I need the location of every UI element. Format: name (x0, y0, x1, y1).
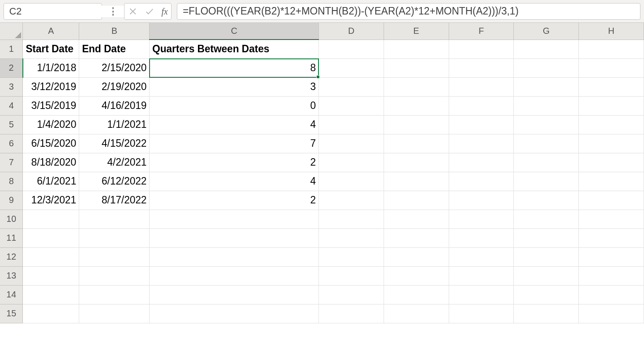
cell[interactable] (449, 40, 514, 58)
cell[interactable] (23, 266, 79, 285)
cell[interactable] (514, 115, 579, 134)
cell[interactable] (79, 228, 150, 247)
cell[interactable] (384, 210, 449, 228)
col-header-f[interactable]: F (449, 23, 514, 40)
cell[interactable] (319, 172, 384, 191)
cell[interactable] (514, 153, 579, 172)
enter-icon[interactable] (145, 7, 154, 16)
cell[interactable] (384, 266, 449, 285)
col-header-a[interactable]: A (23, 23, 79, 40)
cell[interactable]: 1/1/2021 (79, 115, 150, 134)
cell[interactable]: 2 (150, 191, 319, 210)
cell[interactable] (449, 266, 514, 285)
cell[interactable] (319, 134, 384, 153)
cell[interactable] (23, 247, 79, 266)
cell[interactable] (319, 228, 384, 247)
col-header-d[interactable]: D (319, 23, 384, 40)
cell[interactable]: 2/15/2020 (79, 58, 150, 77)
formula-input[interactable] (183, 5, 635, 17)
cell[interactable] (449, 77, 514, 96)
cell[interactable] (150, 304, 319, 323)
cell[interactable]: 4/15/2022 (79, 134, 150, 153)
cell[interactable] (384, 96, 449, 115)
cell[interactable]: 2 (150, 153, 319, 172)
cell[interactable] (514, 134, 579, 153)
cell[interactable] (579, 210, 644, 228)
cell[interactable] (449, 134, 514, 153)
row-header[interactable]: 12 (0, 247, 23, 266)
cell[interactable]: 4/2/2021 (79, 153, 150, 172)
cell[interactable]: 3/12/2019 (23, 77, 79, 96)
cell[interactable] (514, 172, 579, 191)
cell[interactable] (384, 247, 449, 266)
cell[interactable] (384, 172, 449, 191)
cell[interactable] (449, 191, 514, 210)
cell[interactable] (79, 266, 150, 285)
cell[interactable] (79, 210, 150, 228)
cell[interactable] (514, 96, 579, 115)
cell[interactable] (79, 285, 150, 304)
cell[interactable]: 7 (150, 134, 319, 153)
cell[interactable] (384, 115, 449, 134)
cell-header-a[interactable]: Start Date (23, 40, 79, 58)
cell[interactable] (319, 247, 384, 266)
col-header-g[interactable]: G (514, 23, 579, 40)
row-header[interactable]: 9 (0, 191, 23, 210)
cell[interactable]: 6/1/2021 (23, 172, 79, 191)
cell[interactable] (579, 247, 644, 266)
cell[interactable] (449, 247, 514, 266)
cell[interactable] (319, 153, 384, 172)
cell[interactable]: 8/17/2022 (79, 191, 150, 210)
cell[interactable] (449, 115, 514, 134)
cell[interactable] (449, 228, 514, 247)
cell[interactable] (449, 210, 514, 228)
row-header[interactable]: 7 (0, 153, 23, 172)
col-header-h[interactable]: H (579, 23, 644, 40)
cell[interactable] (79, 247, 150, 266)
cell[interactable] (319, 115, 384, 134)
cancel-icon[interactable] (128, 7, 138, 16)
cell[interactable] (319, 210, 384, 228)
row-header[interactable]: 4 (0, 96, 23, 115)
cell[interactable] (449, 172, 514, 191)
insert-function-icon[interactable]: fx (161, 7, 168, 16)
cell[interactable] (514, 40, 579, 58)
cell[interactable] (449, 96, 514, 115)
cell-header-c[interactable]: Quarters Between Dates (150, 40, 319, 58)
row-header[interactable]: 3 (0, 77, 23, 96)
cell[interactable] (23, 285, 79, 304)
cell[interactable]: 6/12/2022 (79, 172, 150, 191)
cell[interactable] (514, 266, 579, 285)
cell[interactable]: 0 (150, 96, 319, 115)
cell[interactable] (449, 58, 514, 77)
col-header-c[interactable]: C (150, 23, 319, 40)
cell[interactable] (579, 153, 644, 172)
cell[interactable] (319, 58, 384, 77)
cell[interactable] (514, 247, 579, 266)
cell[interactable] (150, 285, 319, 304)
cell[interactable] (579, 40, 644, 58)
cell[interactable] (79, 304, 150, 323)
cell[interactable]: 4 (150, 115, 319, 134)
row-header[interactable]: 11 (0, 228, 23, 247)
cell[interactable] (514, 210, 579, 228)
cell[interactable] (319, 40, 384, 58)
cell[interactable] (579, 77, 644, 96)
cell[interactable] (150, 228, 319, 247)
cell[interactable]: 3 (150, 77, 319, 96)
cell[interactable]: 1/1/2018 (23, 58, 79, 77)
cell[interactable] (449, 304, 514, 323)
cell[interactable] (319, 96, 384, 115)
cell[interactable] (579, 115, 644, 134)
cell[interactable]: 8/18/2020 (23, 153, 79, 172)
cell[interactable] (384, 58, 449, 77)
cell[interactable] (579, 266, 644, 285)
row-header[interactable]: 14 (0, 285, 23, 304)
cell[interactable] (23, 210, 79, 228)
select-all-corner[interactable] (0, 23, 23, 40)
cell-header-b[interactable]: End Date (79, 40, 150, 58)
spreadsheet-grid[interactable]: A B C D E F G H 1 Start Date End Date Qu… (0, 23, 644, 323)
cell[interactable] (384, 228, 449, 247)
cell[interactable] (384, 304, 449, 323)
cell[interactable] (579, 228, 644, 247)
